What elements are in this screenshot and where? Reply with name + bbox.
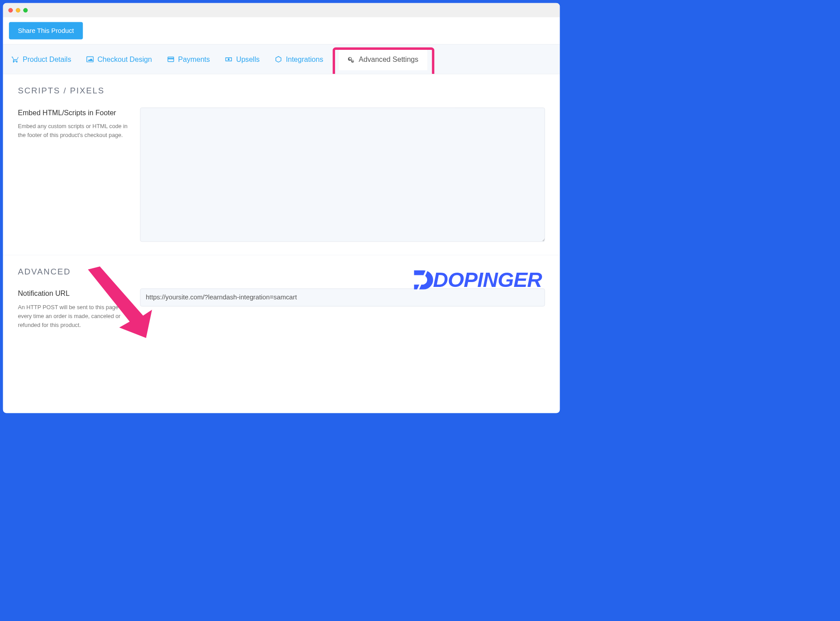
tab-label: Advanced Settings — [359, 56, 418, 64]
tab-label: Payments — [178, 55, 210, 64]
credit-card-icon — [167, 55, 174, 63]
image-icon — [86, 55, 93, 63]
section-scripts-pixels: SCRIPTS / PIXELS Embed HTML/Scripts in F… — [3, 74, 560, 255]
embed-scripts-textarea[interactable] — [140, 108, 545, 242]
tab-checkout-design[interactable]: Checkout Design — [86, 44, 152, 74]
tab-upsells[interactable]: Upsells — [225, 44, 259, 74]
close-icon[interactable] — [8, 8, 13, 12]
tab-label: Integrations — [286, 55, 323, 64]
section-title: SCRIPTS / PIXELS — [18, 86, 545, 96]
notification-url-description: An HTTP POST will be sent to this page e… — [18, 302, 128, 330]
watermark-text: DOPINGER — [433, 268, 542, 292]
tab-label: Product Details — [23, 55, 71, 64]
minimize-icon[interactable] — [16, 8, 20, 12]
tab-advanced-settings[interactable]: Advanced Settings — [338, 48, 428, 70]
watermark-logo: DOPINGER — [410, 268, 542, 292]
maximize-icon[interactable] — [23, 8, 28, 12]
money-icon — [225, 55, 232, 63]
tab-product-details[interactable]: Product Details — [11, 44, 71, 74]
embed-scripts-description: Embed any custom scripts or HTML code in… — [18, 122, 128, 140]
embed-scripts-label: Embed HTML/Scripts in Footer — [18, 108, 128, 118]
tab-integrations[interactable]: Integrations — [275, 44, 323, 74]
window-frame: Share This Product Product Details Check… — [3, 3, 560, 413]
tab-payments[interactable]: Payments — [167, 44, 210, 74]
hexagon-icon — [275, 55, 282, 63]
tab-label: Checkout Design — [97, 55, 152, 64]
title-bar — [3, 3, 560, 17]
content-panel: SCRIPTS / PIXELS Embed HTML/Scripts in F… — [3, 74, 560, 413]
header: Share This Product — [3, 17, 560, 44]
logo-d-icon — [410, 268, 434, 292]
tabs: Product Details Checkout Design Payments… — [3, 44, 560, 74]
notification-url-label: Notification URL — [18, 289, 128, 299]
share-product-button[interactable]: Share This Product — [9, 22, 83, 40]
tab-label: Upsells — [236, 55, 260, 64]
cart-icon — [11, 55, 19, 63]
gears-icon — [347, 56, 355, 63]
